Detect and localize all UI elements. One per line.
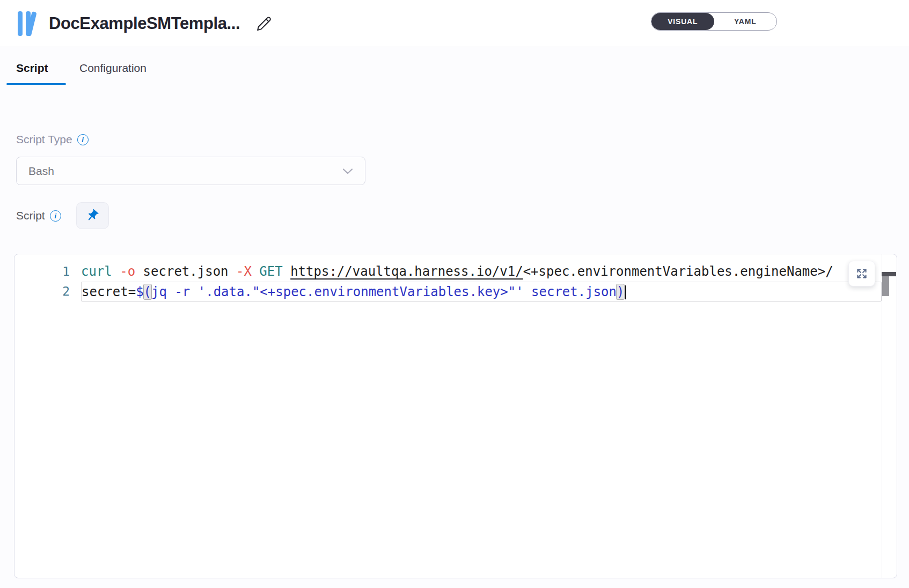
code-token: -X xyxy=(236,264,252,279)
line-number: 1 xyxy=(14,262,70,282)
code-token: GET xyxy=(259,264,282,279)
code-line[interactable]: curl -o secret.json -X GET https://vault… xyxy=(81,262,897,282)
line-number: 2 xyxy=(14,282,70,302)
code-token xyxy=(112,264,120,279)
editor-scrollbar xyxy=(882,254,897,578)
script-label-row: Script i xyxy=(16,202,109,229)
code-token: jq -r '.data."<+spec.environmentVariable… xyxy=(151,284,617,299)
scrollbar-thumb[interactable] xyxy=(882,276,889,296)
expand-icon xyxy=(855,267,869,281)
code-token: ( xyxy=(144,284,151,299)
tab-configuration[interactable]: Configuration xyxy=(79,48,146,89)
code-token: ) xyxy=(617,284,624,299)
toggle-yaml[interactable]: YAML xyxy=(714,13,777,30)
info-icon[interactable]: i xyxy=(77,134,89,145)
expand-editor-button[interactable] xyxy=(848,261,875,286)
chevron-down-icon xyxy=(342,168,353,174)
toggle-visual[interactable]: VISUAL xyxy=(651,13,714,30)
template-library-icon xyxy=(18,11,40,36)
code-token xyxy=(252,264,259,279)
text-caret xyxy=(625,285,626,299)
code-token: secret.json xyxy=(135,264,236,279)
code-token: $ xyxy=(136,284,143,299)
info-icon[interactable]: i xyxy=(50,210,61,222)
script-type-label-row: Script Type i xyxy=(16,133,89,146)
code-token: curl xyxy=(81,264,112,279)
script-type-select[interactable]: Bash xyxy=(16,157,365,185)
script-label: Script xyxy=(16,209,45,222)
script-type-label: Script Type xyxy=(16,133,72,146)
active-tab-indicator xyxy=(6,83,66,85)
visual-yaml-toggle: VISUAL YAML xyxy=(651,12,777,31)
header: DocExampleSMTempla... VISUAL YAML xyxy=(0,0,909,47)
pencil-icon xyxy=(256,16,272,32)
code-lines: curl -o secret.json -X GET https://vault… xyxy=(81,262,897,302)
code-token: -o xyxy=(120,264,135,279)
script-code-editor[interactable]: 12 curl -o secret.json -X GET https://va… xyxy=(14,254,897,578)
gutter: 12 xyxy=(14,262,81,302)
code-token: secret= xyxy=(82,284,136,299)
script-type-value: Bash xyxy=(28,165,342,178)
code-token: https://vaultqa.harness.io/v1/ xyxy=(290,264,523,279)
page-title: DocExampleSMTempla... xyxy=(49,14,240,33)
tab-script[interactable]: Script xyxy=(16,48,48,89)
code-token: <+spec.environmentVariables.engineName>/ xyxy=(523,264,833,279)
code-line[interactable]: secret=$(jq -r '.data."<+spec.environmen… xyxy=(81,282,882,302)
pushpin-icon xyxy=(83,206,102,226)
code-token xyxy=(283,264,290,279)
tab-bar: Script Configuration xyxy=(0,48,909,89)
pin-input-button[interactable] xyxy=(76,202,109,229)
edit-title-button[interactable] xyxy=(254,13,274,34)
scrollbar-cap xyxy=(882,272,896,276)
